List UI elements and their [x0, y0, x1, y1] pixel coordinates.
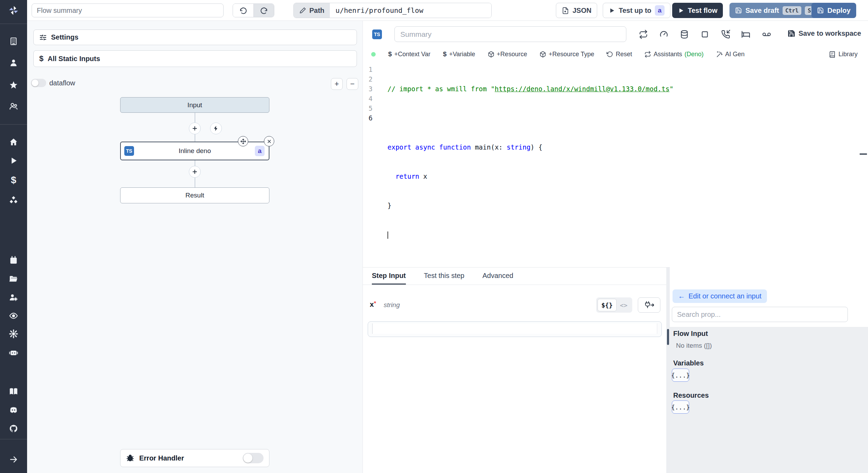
database-icon[interactable]: [680, 30, 689, 39]
code-line: return x: [387, 171, 674, 181]
building-icon[interactable]: [8, 36, 19, 47]
code-mode-toggle[interactable]: <>: [617, 299, 631, 311]
reset-button[interactable]: Reset: [607, 51, 632, 58]
redo-button[interactable]: [253, 4, 274, 17]
move-step-button[interactable]: [238, 136, 248, 146]
play-icon[interactable]: [8, 155, 19, 166]
add-resource-type-button[interactable]: +Resource Type: [540, 51, 594, 58]
test-up-to-button[interactable]: Test up to a: [603, 3, 670, 18]
expand-arrow-icon[interactable]: [8, 454, 19, 465]
flow-node-result[interactable]: Result: [120, 187, 269, 203]
plus-icon: [192, 125, 198, 132]
code-line: // import * as wmill from "https://deno.…: [387, 84, 674, 94]
dollar-icon[interactable]: $: [8, 175, 19, 185]
edit-or-connect-button[interactable]: ← Edit or connect an input: [673, 289, 767, 303]
path-input[interactable]: [330, 3, 491, 18]
all-static-inputs-button[interactable]: $ All Static Inputs: [33, 50, 357, 67]
boxes-icon[interactable]: [8, 195, 19, 205]
bed-icon[interactable]: [741, 30, 750, 39]
prop-picker-panel: ← Edit or connect an input Flow Input No…: [670, 267, 868, 473]
step-summary-input[interactable]: [394, 26, 626, 42]
flow-node-input[interactable]: Input: [120, 97, 269, 113]
repeat-icon[interactable]: [639, 30, 648, 39]
eye-icon[interactable]: [8, 311, 19, 321]
ai-gen-button[interactable]: AI Gen: [716, 51, 745, 58]
add-resource-button[interactable]: +Resource: [488, 51, 527, 58]
star-icon[interactable]: [8, 80, 19, 90]
square-icon[interactable]: [700, 30, 709, 39]
code-token: ) {: [531, 143, 542, 151]
scrollbar: [666, 268, 670, 473]
discord-icon[interactable]: [8, 405, 19, 415]
voicemail-icon[interactable]: [762, 30, 771, 39]
variables-object-button[interactable]: {...}: [672, 369, 689, 382]
code-token-link[interactable]: https://deno.land/x/windmill@v1.133.0/mo…: [495, 85, 669, 93]
save-to-workspace-button[interactable]: Save to workspace: [787, 29, 861, 37]
error-handler-row[interactable]: Error Handler: [120, 449, 269, 467]
code-editor[interactable]: 1 2 3 4 5 6 // import * as wmill from "h…: [363, 62, 868, 267]
add-context-var-button[interactable]: $ +Context Var: [388, 50, 431, 58]
save-draft-button[interactable]: Save draft Ctrl S: [729, 3, 819, 18]
library-button[interactable]: Library: [829, 51, 858, 58]
tab-advanced[interactable]: Advanced: [482, 268, 513, 285]
scrollbar-thumb[interactable]: [667, 329, 669, 345]
github-icon[interactable]: [8, 423, 19, 434]
error-handler-toggle[interactable]: [243, 453, 264, 463]
home-icon[interactable]: [8, 137, 19, 147]
template-mode-toggle[interactable]: ${}: [598, 299, 617, 311]
phone-incoming-icon[interactable]: [721, 30, 730, 39]
plus-icon: [192, 169, 198, 175]
deploy-button[interactable]: Deploy: [811, 3, 856, 18]
library-label: Library: [838, 51, 858, 58]
json-button-label: JSON: [573, 7, 591, 15]
user-icon[interactable]: [8, 58, 19, 68]
search-prop-input[interactable]: [672, 307, 848, 322]
zoom-in-button[interactable]: +: [331, 78, 343, 90]
undo-icon: [240, 7, 247, 14]
book-icon[interactable]: [8, 386, 19, 397]
zoom-out-button[interactable]: −: [347, 78, 358, 90]
add-resource-type-label: +Resource Type: [549, 51, 594, 58]
gear-icon[interactable]: [8, 329, 19, 339]
path-label[interactable]: Path: [294, 3, 330, 18]
flow-settings-button[interactable]: Settings: [33, 29, 357, 45]
package-icon: [488, 51, 494, 58]
flow-summary-input[interactable]: [32, 3, 224, 17]
folder-icon[interactable]: [8, 274, 19, 284]
dataflow-toggle[interactable]: [31, 79, 46, 87]
code-token: string: [507, 143, 531, 151]
connect-input-button[interactable]: [638, 297, 660, 313]
insert-trigger-button[interactable]: [210, 123, 222, 134]
path-field: Path: [293, 3, 492, 18]
json-button[interactable]: JSON: [556, 3, 597, 18]
assistants-label: Assistants: [653, 51, 682, 58]
test-flow-button[interactable]: Test flow: [672, 3, 723, 18]
delete-step-button[interactable]: [264, 136, 274, 146]
tab-step-input[interactable]: Step Input: [372, 268, 406, 285]
typescript-badge: TS: [372, 29, 382, 39]
undo-button[interactable]: [233, 4, 253, 17]
insert-step-button[interactable]: [189, 166, 201, 178]
gauge-icon[interactable]: [659, 30, 668, 39]
windmill-logo-icon[interactable]: [7, 4, 20, 17]
rotate-ccw-icon: [607, 51, 613, 58]
robot-icon[interactable]: [8, 347, 19, 358]
sliders-icon: [39, 34, 47, 41]
code-lines: // import * as wmill from "https://deno.…: [387, 65, 674, 259]
save-icon: [735, 7, 742, 14]
argument-value-input[interactable]: [368, 321, 662, 337]
insert-step-button[interactable]: [189, 123, 201, 134]
add-variable-button[interactable]: $ +Variable: [443, 50, 475, 58]
assistants-button[interactable]: Assistants (Deno): [644, 51, 703, 58]
sidebar-divider: [0, 124, 27, 125]
argument-value-field[interactable]: [372, 323, 657, 334]
user-group-icon[interactable]: [8, 101, 19, 111]
code-line: [387, 230, 674, 239]
dollar-icon: $: [39, 54, 43, 63]
sidebar-divider: [0, 439, 27, 439]
lsp-status-dot: [371, 52, 376, 57]
calendar-icon[interactable]: [8, 255, 19, 265]
tab-test-this-step[interactable]: Test this step: [424, 268, 465, 285]
users-gear-icon[interactable]: [8, 292, 19, 303]
resources-object-button[interactable]: {...}: [672, 400, 689, 414]
